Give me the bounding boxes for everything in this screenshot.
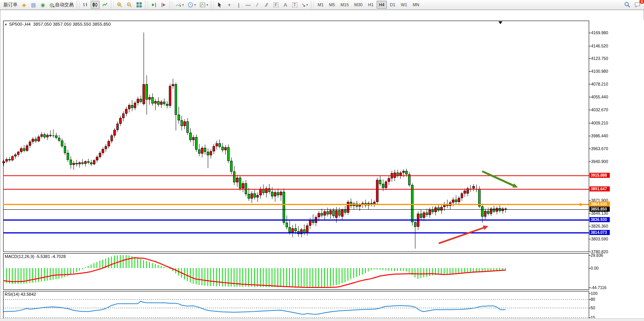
autotrading-label: 自动交易 [55,2,74,8]
market-watch-icon: ▤ [31,2,36,7]
price-chart-canvas[interactable] [0,20,644,321]
text-icon[interactable]: A [281,1,290,9]
line-chart-icon [102,2,108,8]
notifications-icon[interactable]: 1 [633,1,642,9]
symbol-dropdown-icon[interactable]: ▼ [4,23,7,26]
trendline-icon[interactable]: ∕ [253,1,261,9]
zoom-out-icon[interactable] [125,1,134,9]
cursor-icon[interactable] [215,1,224,9]
price-axis-tick: 4032.670 [591,107,608,112]
price-axis-tick: 4123.750 [591,56,608,61]
shapes-icon[interactable]: ↘▾ [300,1,309,9]
price-axis-tick: 4100.980 [591,69,608,74]
price-axis-tick: 3940.900 [591,159,608,164]
candle-chart-icon [92,2,98,8]
price-level-label: 3915.888 [590,173,610,178]
timeframe-button-m30[interactable]: M30 [352,1,365,9]
timeframe-button-mn[interactable]: MN [410,1,421,9]
auto-scroll-icon [151,2,157,8]
timeframe-button-d1[interactable]: D1 [388,1,398,9]
indicators-icon [175,2,181,8]
zoom-in-icon[interactable] [115,1,124,9]
chart-shift-icon[interactable] [159,1,168,9]
price-axis-tick: 4146.520 [591,44,608,48]
timeframe-button-w1[interactable]: W1 [398,1,410,9]
fibonacci-icon[interactable]: F [272,1,280,9]
templates-icon-dropdown[interactable]: ▾ [206,3,208,7]
macd-indicator-label: MACD(12,26,9) -5.5381 -4.7028 [5,254,66,259]
templates-icon[interactable]: ▾ [198,1,209,9]
price-axis-tick: 4055.440 [591,95,608,99]
current-price-label: 3855.850 [590,207,610,212]
navigator-icon: ◉ [40,2,45,7]
text-label-icon: T [292,2,297,7]
text-icon: A [284,2,287,7]
price-level-label: 3814.073 [590,230,610,235]
vertical-line-icon: | [238,2,239,7]
shapes-icon-dropdown[interactable]: ▾ [306,3,308,7]
periods-icon[interactable]: ▾ [186,1,197,9]
new-order-button-label: 新订单 [4,2,18,8]
market-watch-icon[interactable]: ▤ [29,1,38,9]
price-axis-tick: 3986.440 [591,133,608,138]
autotrading-stopped-dot [53,5,55,8]
macd-axis-tick: -44.7116 [591,285,607,290]
toolbar-separator [145,1,148,9]
chart-title: ▼SP500-,H4 3857.050 3857.050 3855.550 38… [4,22,111,26]
fibonacci-icon: F [274,2,279,7]
search-icon [624,2,630,8]
new-order-button[interactable]: 新订单 [2,1,19,9]
toolbar-separator [170,1,172,9]
price-axis-tick: 3963.670 [591,146,608,151]
shapes-icon: ↘ [301,2,305,7]
timeframe-button-m1[interactable]: M1 [315,1,326,9]
price-axis-tick: 4009.210 [591,121,608,125]
toolbox-icon[interactable]: ◆ [20,1,28,9]
status-strip [0,318,644,321]
horizontal-line-icon: — [246,2,251,7]
ohlc-values: 3857.050 3857.050 3855.550 3855.850 [33,22,111,26]
timeframe-button-m5[interactable]: M5 [327,1,337,9]
search-icon[interactable] [623,1,632,9]
cursor-icon [217,2,223,8]
toolbox-icon: ◆ [22,2,26,7]
vertical-line-icon[interactable]: | [234,1,243,9]
macd-axis-tick: 29.836 [591,253,603,258]
candle-chart-icon[interactable] [91,1,100,9]
price-axis-tick: 3803.590 [591,237,608,241]
auto-scroll-icon[interactable] [149,1,158,9]
trendline-icon: ∕ [257,2,258,7]
tile-windows-icon[interactable] [135,1,144,9]
text-label-icon[interactable]: T [290,1,299,9]
chart-shift-icon [161,2,167,8]
crosshair-icon[interactable]: + [225,1,233,9]
price-axis-tick: 4169.980 [591,30,608,35]
line-chart-icon[interactable] [100,1,109,9]
crosshair-icon: + [228,2,231,7]
chart-window: ▼SP500-,H4 3857.050 3857.050 3855.550 38… [0,10,644,318]
autotrading-button[interactable]: ◍自动交易 [48,1,75,9]
rsi-axis-tick: 100 [591,291,598,296]
zoom-out-icon [126,2,132,8]
zoom-in-icon [117,2,123,8]
price-level-label: 3836.930 [590,217,610,222]
templates-icon [200,2,205,8]
toolbar-separator [311,1,314,9]
macd-axis-tick: 0.00 [591,266,598,270]
indicators-icon[interactable]: ▾ [174,1,185,9]
toolbar-separator [211,1,214,9]
equidistant-channel-icon[interactable]: ∕∕ [262,1,271,9]
timeframe-button-h4[interactable]: H4 [377,1,387,9]
tile-windows-icon [136,2,142,8]
rsi-axis-tick: 80 [591,297,595,302]
toolbar-separator [77,1,79,9]
navigator-icon[interactable]: ◉ [39,1,47,9]
periods-icon-dropdown[interactable]: ▾ [194,3,196,7]
timeframe-button-m15[interactable]: M15 [338,1,351,9]
horizontal-line-icon[interactable]: — [244,1,252,9]
indicators-icon-dropdown[interactable]: ▾ [182,3,184,7]
bar-chart-icon[interactable] [81,1,90,9]
price-level-label: 3891.647 [590,186,610,191]
timeframe-button-h1[interactable]: H1 [366,1,376,9]
rsi-indicator-label: RSI(14) 43.5842 [5,292,36,296]
